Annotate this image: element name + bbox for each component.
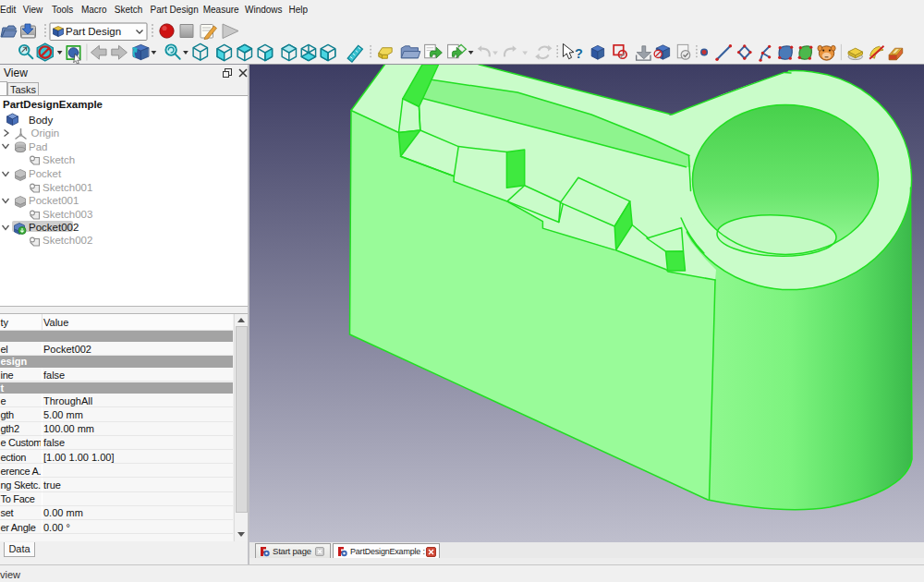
svg-text:Part Design: Part Design (66, 26, 121, 37)
svg-text:?: ? (575, 46, 583, 61)
